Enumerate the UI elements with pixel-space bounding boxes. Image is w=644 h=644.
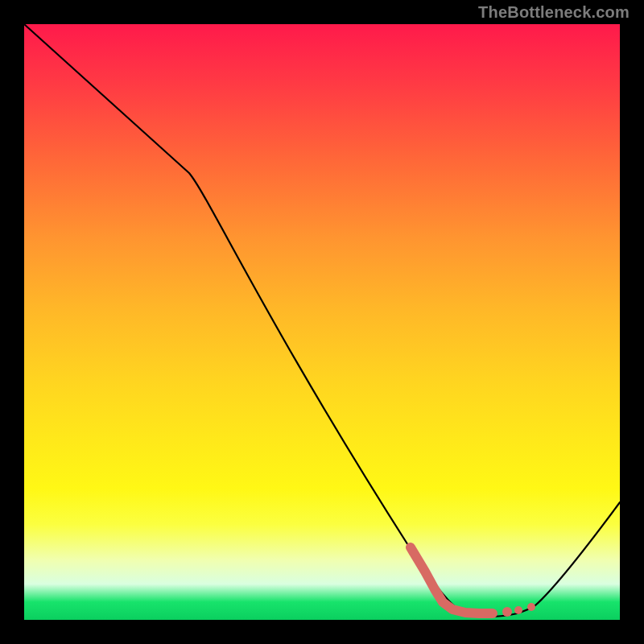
watermark-text: TheBottleneck.com xyxy=(478,3,630,22)
plot-area xyxy=(24,24,620,620)
optimal-zone-marker-dot-3 xyxy=(527,603,535,611)
bottleneck-curve xyxy=(24,24,620,617)
chart-svg xyxy=(24,24,620,620)
chart-frame: TheBottleneck.com xyxy=(0,0,644,644)
optimal-zone-marker xyxy=(411,547,493,613)
optimal-zone-marker-dot-1 xyxy=(502,607,512,617)
optimal-zone-marker-dot-2 xyxy=(514,606,522,614)
